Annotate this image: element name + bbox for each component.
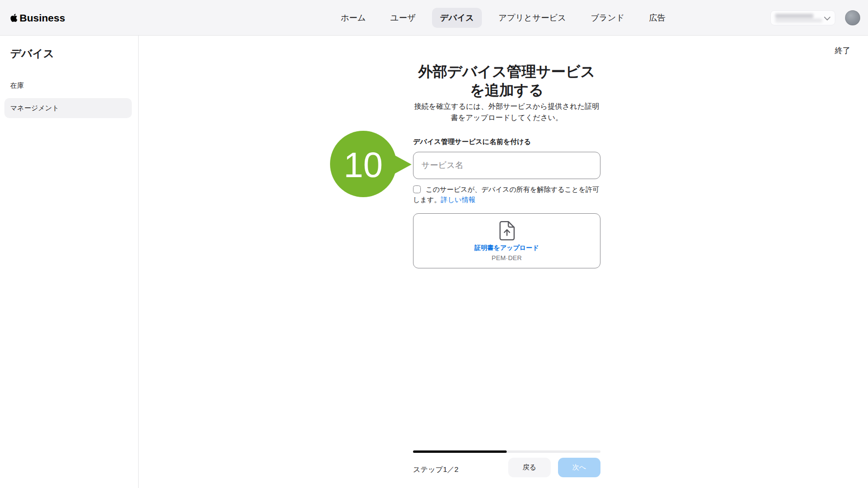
next-button[interactable]: 次へ <box>558 458 600 477</box>
tab-home[interactable]: ホーム <box>333 8 374 28</box>
callout-circle <box>330 131 396 197</box>
exit-button[interactable]: 終了 <box>835 46 850 56</box>
top-bar: Business ホーム ユーザ デバイス アプリとサービス ブランド 広告 <box>0 0 868 36</box>
service-name-label: デバイス管理サービスに名前を付ける <box>413 137 600 146</box>
tab-apps-services[interactable]: アプリとサービス <box>491 8 574 28</box>
redacted-org-name <box>775 14 822 22</box>
tab-devices[interactable]: デバイス <box>432 8 482 28</box>
progress-bar <box>413 450 600 453</box>
release-ownership-checkbox[interactable] <box>413 185 421 193</box>
tab-ads[interactable]: 広告 <box>641 8 673 28</box>
logo-text: Business <box>20 12 65 24</box>
service-name-input[interactable] <box>413 152 600 179</box>
learn-more-link[interactable]: 詳しい情報 <box>441 196 475 203</box>
apple-business-logo[interactable]: Business <box>10 0 65 36</box>
tab-users[interactable]: ユーザ <box>383 8 424 28</box>
user-avatar[interactable] <box>845 10 860 25</box>
release-ownership-row: このサービスが、デバイスの所有を解除することを許可します。詳しい情報 <box>413 184 600 205</box>
sidebar-list: 在庫 マネージメント <box>0 76 138 118</box>
step-indicator: ステップ1／2 <box>413 465 458 474</box>
wizard-subtitle: 接続を確立するには、外部サービスから提供された証明書をアップロードしてください。 <box>413 101 600 123</box>
primary-nav: ホーム ユーザ デバイス アプリとサービス ブランド 広告 <box>138 0 868 36</box>
wizard-content: 外部デバイス管理サービスを追加する 接続を確立するには、外部サービスから提供され… <box>413 62 600 268</box>
sidebar-item-inventory[interactable]: 在庫 <box>4 76 132 96</box>
upload-file-icon <box>498 221 515 241</box>
apple-logo-icon <box>10 13 18 22</box>
upload-certificate-link[interactable]: 証明書をアップロード <box>475 244 539 252</box>
organization-selector[interactable] <box>770 10 835 25</box>
sidebar: デバイス 在庫 マネージメント <box>0 36 139 488</box>
tab-brand[interactable]: ブランド <box>583 8 633 28</box>
wizard-title: 外部デバイス管理サービスを追加する <box>413 62 600 100</box>
sidebar-title: デバイス <box>10 46 138 61</box>
upload-formats: PEM·DER <box>492 254 522 262</box>
account-area <box>770 0 860 36</box>
callout-number: 10 <box>344 145 383 184</box>
certificate-upload-dropzone[interactable]: 証明書をアップロード PEM·DER <box>413 213 600 268</box>
sidebar-item-management[interactable]: マネージメント <box>4 98 132 118</box>
step-annotation-callout: 10 <box>330 130 413 198</box>
progress-fill <box>413 450 507 453</box>
back-button[interactable]: 戻る <box>508 458 551 477</box>
callout-pointer <box>385 150 412 179</box>
chevron-down-icon <box>824 17 830 20</box>
